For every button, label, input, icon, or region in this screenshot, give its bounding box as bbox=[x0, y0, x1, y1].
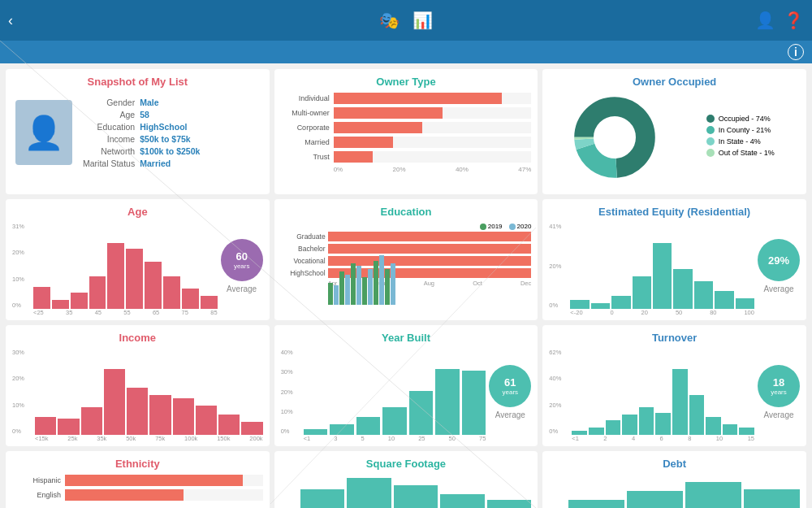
help-icon[interactable]: ❓ bbox=[784, 11, 804, 30]
age-avg-side: 60 years Average bbox=[221, 223, 263, 293]
bar-label-married: Married bbox=[281, 138, 334, 146]
year-built-bars bbox=[304, 362, 486, 435]
ethnicity-chart: Hispanic English bbox=[12, 475, 263, 501]
bar-label-trust: Trust bbox=[281, 153, 334, 161]
snapshot-content: 👤 GenderMale Age58 EducationHighSchool I… bbox=[12, 93, 263, 172]
user-icon[interactable]: 👤 bbox=[755, 11, 775, 30]
owner-occupied-chart: Occupied - 74% In County - 21% In State … bbox=[549, 93, 800, 182]
income-chart-main: 30%20%10%0% bbox=[12, 349, 263, 442]
turnover-title: Turnover bbox=[549, 332, 800, 344]
turnover-chart-wrapper: 62%40%20%0% bbox=[549, 349, 800, 442]
age-value: 58 bbox=[137, 108, 202, 120]
income-card: Income 30%20%10%0% bbox=[6, 325, 270, 446]
turnover-chart-main: 62%40%20%0% bbox=[549, 349, 754, 442]
turnover-avg-circle: 18 years bbox=[758, 365, 800, 407]
marital-value: Married bbox=[137, 157, 202, 169]
header: ‹ 🎭 📊 👤 ❓ bbox=[0, 0, 812, 41]
education-card: Education 2019 2020 Graduate Bachelor Vo… bbox=[274, 199, 538, 320]
equity-title: Estimated Equity (Residential) bbox=[549, 206, 800, 218]
equity-chart-main: 41%20%0% <-20020508010 bbox=[549, 223, 754, 316]
debt-chart: 30% bbox=[549, 475, 800, 508]
square-footage-card: Square Footage 16% bbox=[274, 451, 538, 508]
header-center-icons: 🎭 📊 bbox=[379, 11, 433, 30]
snapshot-card: Snapshot of My List 👤 GenderMale Age58 E… bbox=[6, 69, 270, 194]
bar-label-individual: Individual bbox=[281, 94, 334, 102]
networth-value: $100k to $250k bbox=[137, 145, 202, 157]
age-label: Age bbox=[80, 108, 137, 120]
age-avg-circle: 60 years bbox=[221, 239, 263, 281]
income-title: Income bbox=[12, 332, 263, 344]
back-button[interactable]: ‹ bbox=[8, 12, 13, 29]
age-avg-label: Average bbox=[227, 284, 257, 293]
ethnicity-hispanic-label: Hispanic bbox=[12, 476, 65, 484]
people-icon[interactable]: 🎭 bbox=[379, 11, 400, 30]
owner-type-title: Owner Type bbox=[281, 76, 532, 88]
year-built-avg-circle: 61 years bbox=[489, 365, 531, 407]
snapshot-data: GenderMale Age58 EducationHighSchool Inc… bbox=[80, 96, 202, 169]
header-right: 👤 ❓ bbox=[755, 11, 804, 30]
year-built-x-labels: <13510255075 bbox=[304, 435, 486, 442]
income-chart-wrapper: 30%20%10%0% bbox=[12, 349, 263, 442]
donut-svg bbox=[574, 97, 655, 178]
owner-type-axis: 0%20%40%47% bbox=[281, 166, 532, 173]
income-x-labels: <15k25k35k50k75k100k150k200k bbox=[35, 435, 263, 442]
income-value: $50k to $75k bbox=[137, 132, 202, 145]
gender-label: Gender bbox=[80, 96, 137, 108]
edu-v-bars bbox=[328, 250, 532, 305]
year-built-avg-label: Average bbox=[495, 410, 525, 419]
education-label: Education bbox=[80, 120, 137, 132]
education-chart: 2019 2020 Graduate Bachelor Vocational bbox=[281, 223, 532, 316]
bar-label-corporate: Corporate bbox=[281, 124, 334, 132]
year-built-avg-side: 61 years Average bbox=[489, 349, 531, 419]
svg-point-4 bbox=[596, 118, 635, 157]
year-built-chart-wrapper: 40%30%20%10%0% <13510255075 bbox=[281, 349, 532, 442]
equity-avg-label: Average bbox=[763, 284, 793, 293]
donut-legend: Occupied - 74% In County - 21% In State … bbox=[706, 115, 775, 160]
avatar: 👤 bbox=[15, 100, 72, 165]
sq-footage-bars bbox=[281, 475, 532, 508]
equity-chart-wrapper: 41%20%0% <-20020508010 bbox=[549, 223, 800, 316]
snapshot-title: Snapshot of My List bbox=[12, 76, 263, 88]
age-bars bbox=[33, 236, 218, 309]
year-built-title: Year Built bbox=[281, 332, 532, 344]
income-label: Income bbox=[80, 132, 137, 145]
debt-card: Debt 30% bbox=[542, 451, 806, 508]
turnover-avg-label: Average bbox=[763, 410, 793, 419]
turnover-bars bbox=[572, 362, 754, 435]
ethnicity-english-label: English bbox=[12, 491, 65, 499]
marital-label: Marital Status bbox=[80, 157, 137, 169]
equity-avg-circle: 29% bbox=[758, 239, 800, 281]
income-bars bbox=[35, 362, 263, 435]
equity-avg-side: 29% Average bbox=[758, 223, 800, 293]
turnover-x-labels: <124681015 bbox=[572, 435, 754, 442]
owner-occupied-title: Owner Occupied bbox=[549, 76, 800, 88]
age-card: Age 31%20%10%0% bbox=[6, 199, 270, 320]
ethnicity-title: Ethnicity bbox=[12, 458, 263, 470]
education-title: Education bbox=[281, 206, 532, 218]
education-value: HighSchool bbox=[137, 120, 202, 132]
gender-value: Male bbox=[137, 96, 202, 108]
debt-bars bbox=[549, 475, 800, 508]
networth-label: Networth bbox=[80, 145, 137, 157]
bar-label-multiowner: Multi-owner bbox=[281, 109, 334, 117]
sub-header: i bbox=[0, 41, 812, 63]
equity-card: Estimated Equity (Residential) 41%20%0% bbox=[542, 199, 806, 320]
age-x-labels: <25354555657585 bbox=[33, 309, 218, 316]
ethnicity-card: Ethnicity Hispanic English bbox=[6, 451, 270, 508]
turnover-avg-side: 18 years Average bbox=[758, 349, 800, 419]
equity-bars bbox=[570, 236, 754, 309]
dashboard-grid: Snapshot of My List 👤 GenderMale Age58 E… bbox=[0, 63, 812, 508]
year-built-chart-main: 40%30%20%10%0% <13510255075 bbox=[281, 349, 486, 442]
sq-footage-chart: 16% bbox=[281, 475, 532, 508]
owner-type-chart: Individual Multi-owner Corporate Married… bbox=[281, 93, 532, 173]
equity-x-labels: <-200205080100 bbox=[570, 309, 754, 316]
info-button[interactable]: i bbox=[788, 44, 804, 60]
debt-title: Debt bbox=[549, 458, 800, 470]
chart-icon[interactable]: 📊 bbox=[412, 11, 433, 30]
header-left: ‹ bbox=[8, 12, 13, 29]
square-footage-title: Square Footage bbox=[281, 458, 532, 470]
age-title: Age bbox=[12, 206, 263, 218]
age-chart-main: 31%20%10%0% bbox=[12, 223, 218, 316]
edu-legend: 2019 2020 bbox=[281, 223, 532, 230]
owner-type-card: Owner Type Individual Multi-owner Corpor… bbox=[274, 69, 538, 194]
